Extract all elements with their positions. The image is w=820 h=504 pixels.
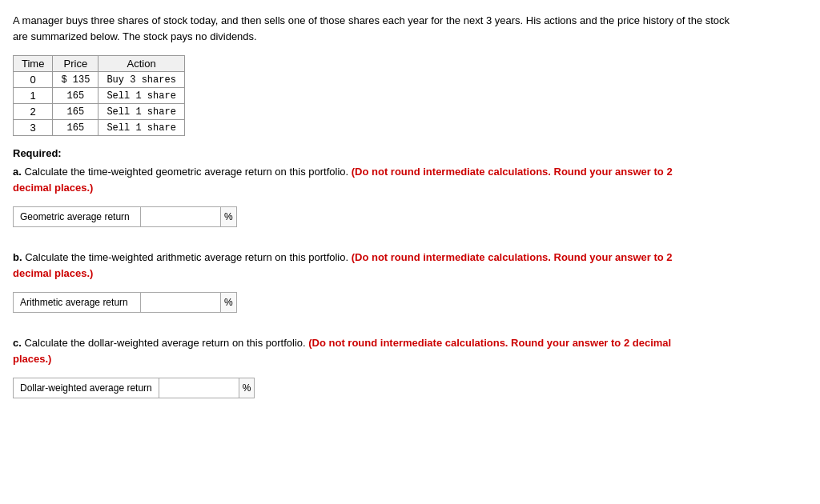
stock-table: Time Price Action 0$ 135Buy 3 shares1165… xyxy=(13,55,185,136)
question-a-block: a. Calculate the time-weighted geometric… xyxy=(13,164,807,227)
cell-time: 0 xyxy=(14,72,53,88)
question-a-input-row: Geometric average return % xyxy=(13,206,807,227)
arithmetic-percent: % xyxy=(221,292,237,313)
cell-price: 165 xyxy=(53,104,98,120)
question-c-block: c. Calculate the dollar-weighted average… xyxy=(13,335,807,398)
table-row: 1165Sell 1 share xyxy=(14,88,185,104)
cell-action: Buy 3 shares xyxy=(98,72,184,88)
dollar-weighted-input[interactable] xyxy=(159,378,239,398)
question-b-prefix: b. xyxy=(13,251,22,263)
col-header-price: Price xyxy=(53,56,98,72)
col-header-time: Time xyxy=(14,56,53,72)
table-row: 0$ 135Buy 3 shares xyxy=(14,72,185,88)
dollar-weighted-label: Dollar-weighted average return xyxy=(13,378,159,398)
cell-price: $ 135 xyxy=(53,72,98,88)
geometric-label: Geometric average return xyxy=(13,206,141,227)
arithmetic-input[interactable] xyxy=(141,292,221,313)
question-c-text: c. Calculate the dollar-weighted average… xyxy=(13,335,701,366)
dollar-weighted-percent: % xyxy=(239,378,255,398)
geometric-percent: % xyxy=(221,206,237,227)
cell-time: 1 xyxy=(14,88,53,104)
question-b-text: b. Calculate the time-weighted arithmeti… xyxy=(13,250,701,281)
cell-price: 165 xyxy=(53,120,98,136)
required-label: Required: xyxy=(13,147,807,159)
question-c-prefix: c. xyxy=(13,337,22,349)
question-a-text: a. Calculate the time-weighted geometric… xyxy=(13,164,701,195)
cell-action: Sell 1 share xyxy=(98,104,184,120)
cell-price: 165 xyxy=(53,88,98,104)
table-row: 2165Sell 1 share xyxy=(14,104,185,120)
question-c-body: Calculate the dollar-weighted average re… xyxy=(22,337,308,349)
col-header-action: Action xyxy=(98,56,184,72)
question-b-body: Calculate the time-weighted arithmetic a… xyxy=(22,251,352,263)
geometric-input[interactable] xyxy=(141,206,221,227)
intro-text: A manager buys three shares of stock tod… xyxy=(13,13,734,44)
cell-action: Sell 1 share xyxy=(98,88,184,104)
arithmetic-label: Arithmetic average return xyxy=(13,292,141,313)
question-a-body: Calculate the time-weighted geometric av… xyxy=(22,166,352,178)
cell-action: Sell 1 share xyxy=(98,120,184,136)
table-row: 3165Sell 1 share xyxy=(14,120,185,136)
question-b-block: b. Calculate the time-weighted arithmeti… xyxy=(13,250,807,313)
question-a-prefix: a. xyxy=(13,166,22,178)
cell-time: 3 xyxy=(14,120,53,136)
question-c-input-row: Dollar-weighted average return % xyxy=(13,378,807,398)
cell-time: 2 xyxy=(14,104,53,120)
question-b-input-row: Arithmetic average return % xyxy=(13,292,807,313)
